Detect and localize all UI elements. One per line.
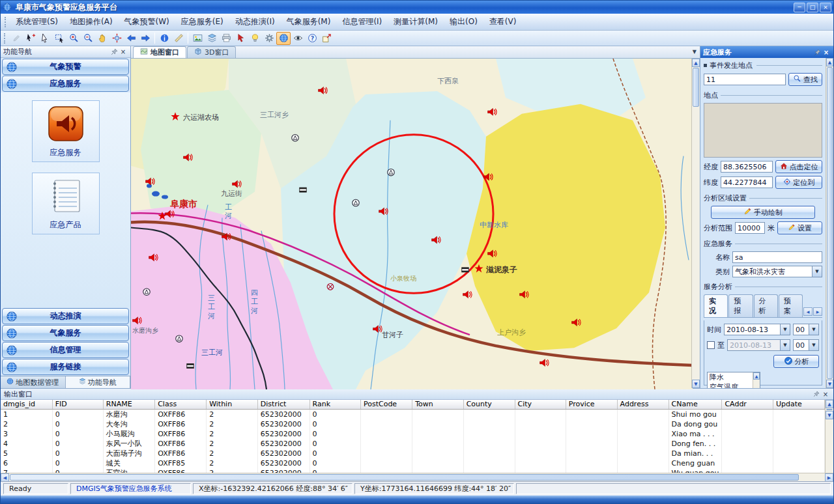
scroll-up-icon[interactable]: ▲ xyxy=(692,59,700,67)
settings-tool-button[interactable] xyxy=(262,32,276,45)
column-header[interactable]: RNAME xyxy=(103,400,154,409)
chevron-down-icon[interactable]: ▼ xyxy=(780,324,790,335)
analysis-tab[interactable]: 分析 xyxy=(754,294,778,317)
column-header[interactable]: Within xyxy=(207,400,258,409)
table-row[interactable]: 60城关OXFF8526523020000Cheng guan xyxy=(1,458,825,468)
column-header[interactable]: PostCode xyxy=(360,400,412,409)
start-hour-select[interactable]: 00 ▼ xyxy=(793,324,819,335)
element-list-item[interactable]: 空气温度 xyxy=(708,382,752,388)
column-header[interactable]: Update xyxy=(773,400,825,409)
emergency-locate-tool-button[interactable] xyxy=(276,32,291,45)
scroll-thumb[interactable] xyxy=(826,409,833,410)
analysis-tab[interactable]: 实况 xyxy=(704,294,728,317)
full-extent-tool-button[interactable] xyxy=(109,32,124,45)
select-rectangle-tool-button[interactable] xyxy=(52,32,66,45)
nav-group-button[interactable]: 服务链接 xyxy=(2,359,129,375)
analysis-tab[interactable]: 预案 xyxy=(779,294,803,317)
table-row[interactable]: 70五官沟OXFF8626523020000Wu guan gou xyxy=(1,468,825,473)
shortcut-emergency-product[interactable]: 应急产品 xyxy=(32,173,100,234)
nav-group-button[interactable]: 应急服务 xyxy=(2,76,129,92)
select-tool-button[interactable] xyxy=(38,32,52,45)
measure-tool-button[interactable] xyxy=(171,32,186,45)
column-header[interactable]: CName xyxy=(669,400,722,409)
column-header[interactable]: Rank xyxy=(309,400,360,409)
chevron-down-icon[interactable]: ▼ xyxy=(812,266,822,277)
nav-group-button[interactable]: 信息管理 xyxy=(2,342,129,358)
maximize-button[interactable]: □ xyxy=(807,3,818,12)
right-panel-scrollbar[interactable]: ▲ ▼ xyxy=(826,58,833,388)
search-button[interactable]: 查找 xyxy=(788,73,822,86)
shortcut-emergency-service[interactable]: 应急服务 xyxy=(32,100,100,162)
end-date-select[interactable]: 2010-08-13 ▼ xyxy=(727,339,790,351)
visibility-tool-button[interactable] xyxy=(291,32,305,45)
column-header[interactable]: City xyxy=(515,400,566,409)
service-type-select[interactable]: 气象和洪水灾害 ▼ xyxy=(732,266,822,277)
scroll-up-icon[interactable]: ▲ xyxy=(826,400,833,408)
nav-group-button[interactable]: 气象服务 xyxy=(2,325,129,341)
zoom-out-tool-button[interactable] xyxy=(81,32,95,45)
tab-function-navigation[interactable]: 功能导航 xyxy=(66,376,131,388)
output-horizontal-scrollbar[interactable]: ◀ ▶ xyxy=(1,473,833,481)
chevron-down-icon[interactable]: ▼ xyxy=(780,340,790,350)
scroll-thumb[interactable] xyxy=(827,67,833,379)
menu-item[interactable]: 地图操作(A) xyxy=(64,14,119,30)
minimize-button[interactable]: ─ xyxy=(794,3,805,12)
tab-map-window[interactable]: 地图窗口 xyxy=(133,46,186,58)
scroll-down-icon[interactable]: ▼ xyxy=(826,380,833,388)
tab-list-caret-icon[interactable]: ▼ xyxy=(693,49,697,55)
pointer-tool-button[interactable] xyxy=(233,32,248,45)
manual-draw-button[interactable]: 手动绘制 xyxy=(711,206,815,219)
column-header[interactable]: District xyxy=(257,400,309,409)
scroll-thumb[interactable] xyxy=(10,474,799,481)
scroll-down-icon[interactable]: ▼ xyxy=(826,411,833,419)
menu-item[interactable]: 信息管理(I) xyxy=(336,14,388,30)
table-row[interactable]: 20大冬沟OXFF8626523020000Da dong gou xyxy=(1,419,825,429)
next-view-tool-button[interactable] xyxy=(138,32,152,45)
column-header[interactable]: County xyxy=(463,400,515,409)
select-add-tool-button[interactable] xyxy=(23,32,38,45)
place-list[interactable] xyxy=(704,103,822,158)
column-header[interactable]: Provice xyxy=(566,400,617,409)
print-tool-button[interactable] xyxy=(219,32,233,45)
column-header[interactable]: Class xyxy=(155,400,207,409)
longitude-input[interactable] xyxy=(721,161,773,173)
table-row[interactable]: 40东风一小队OXFF8626523020000Dong fen. . . xyxy=(1,439,825,449)
pin-icon[interactable] xyxy=(812,48,822,57)
event-location-input[interactable] xyxy=(704,74,786,85)
menu-item[interactable]: 查看(V) xyxy=(483,14,523,30)
locate-to-button[interactable]: 定位到 xyxy=(775,176,822,189)
start-date-select[interactable]: 2010-08-13 ▼ xyxy=(724,324,790,335)
menu-item[interactable]: 应急服务(E) xyxy=(175,14,229,30)
menu-item[interactable]: 气象预警(W) xyxy=(119,14,175,30)
range-set-button[interactable]: 设置 xyxy=(777,221,822,234)
table-row[interactable]: 50大面场子沟OXFF8626523020000Da mian. . . xyxy=(1,449,825,458)
tab-map-data-manager[interactable]: 地图数据管理 xyxy=(1,376,66,388)
menu-item[interactable]: 系统管理(S) xyxy=(10,14,64,30)
scroll-down-icon[interactable]: ▼ xyxy=(692,380,700,388)
analysis-range-input[interactable] xyxy=(735,222,765,234)
table-row[interactable]: 30小马厩沟OXFF8626523020000Xiao ma . . . xyxy=(1,429,825,439)
scroll-thumb[interactable] xyxy=(693,68,699,107)
column-header[interactable]: dmgis_id xyxy=(1,400,52,409)
scroll-up-icon[interactable]: ▲ xyxy=(753,372,760,380)
chevron-down-icon[interactable]: ▼ xyxy=(809,324,818,335)
tab-scroll-left-icon[interactable]: ◀ xyxy=(803,307,812,316)
edit-tool-button[interactable] xyxy=(9,32,23,45)
scroll-up-icon[interactable]: ▲ xyxy=(826,58,833,66)
pin-icon[interactable] xyxy=(109,48,119,57)
previous-view-tool-button[interactable] xyxy=(124,32,138,45)
list-scrollbar[interactable]: ▲ ▼ xyxy=(753,372,760,388)
close-button[interactable]: × xyxy=(820,3,831,12)
to-checkbox[interactable] xyxy=(707,341,715,349)
analyze-button[interactable]: 分析 xyxy=(773,355,819,368)
map-vertical-scrollbar[interactable]: ▲ ▼ xyxy=(691,59,700,388)
close-icon[interactable]: × xyxy=(119,48,128,57)
menu-item[interactable]: 气象服务(M) xyxy=(281,14,337,30)
identify-tool-button[interactable] xyxy=(157,32,171,45)
service-name-input[interactable] xyxy=(732,251,822,263)
zoom-in-tool-button[interactable] xyxy=(66,32,81,45)
chevron-down-icon[interactable]: ▼ xyxy=(809,340,818,350)
export-tool-button[interactable] xyxy=(319,32,334,45)
output-vertical-scrollbar[interactable]: ▲ ▼ xyxy=(825,400,833,473)
tab-scroll-right-icon[interactable]: ▶ xyxy=(813,307,822,316)
